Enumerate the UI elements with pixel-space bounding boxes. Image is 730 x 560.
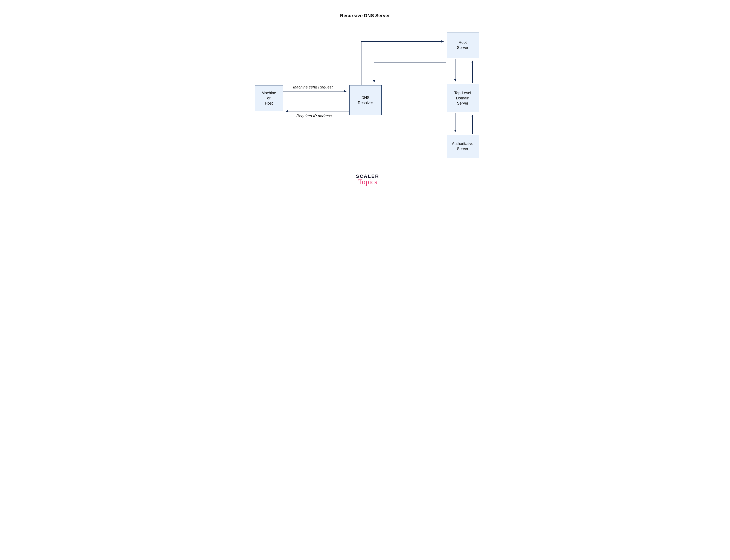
brand-logo: SCALER Topics xyxy=(353,173,383,186)
diagram-title: Recursive DNS Server xyxy=(233,13,498,18)
node-tld-server: Top-Level Domain Server xyxy=(447,84,479,112)
node-dns-resolver: DNS Resolver xyxy=(350,85,381,115)
node-root-server: Root Server xyxy=(447,32,479,58)
node-machine-host-label: Machine or Host xyxy=(262,90,276,106)
node-tld-server-label: Top-Level Domain Server xyxy=(454,90,471,106)
node-authoritative-server: Authoritative Server xyxy=(447,135,479,158)
node-authoritative-server-label: Authoritative Server xyxy=(452,141,473,152)
diagram-canvas: Recursive DNS Server Machine or Host DNS… xyxy=(233,0,498,204)
edge-label-response: Required IP Address xyxy=(297,114,332,118)
node-machine-host: Machine or Host xyxy=(255,85,283,111)
arrow-root-to-resolver xyxy=(374,62,446,82)
edge-label-request: Machine send Request xyxy=(293,85,333,90)
node-dns-resolver-label: DNS Resolver xyxy=(358,95,373,106)
node-root-server-label: Root Server xyxy=(457,40,468,50)
arrow-resolver-to-root xyxy=(361,41,443,85)
